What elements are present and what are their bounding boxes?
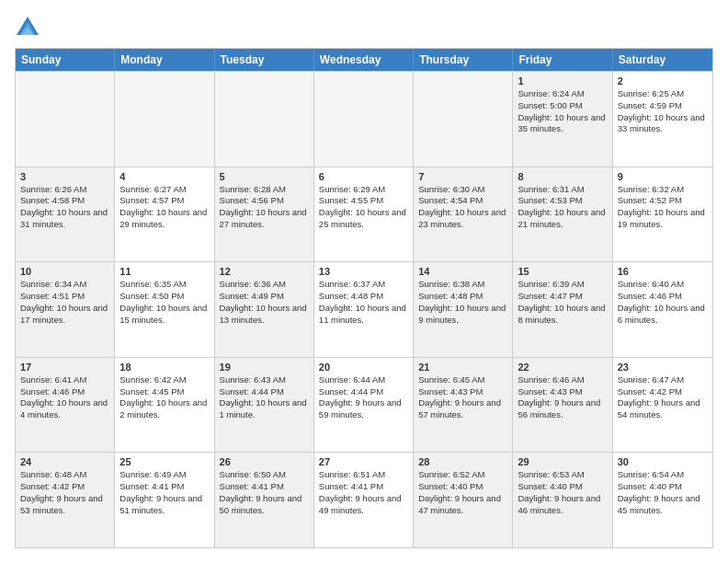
day-cell-17: 17Sunrise: 6:41 AM Sunset: 4:46 PM Dayli… [16,358,115,453]
day-cell-26: 26Sunrise: 6:50 AM Sunset: 4:41 PM Dayli… [215,453,314,547]
day-info: Sunrise: 6:44 AM Sunset: 4:44 PM Dayligh… [319,374,408,421]
day-info: Sunrise: 6:45 AM Sunset: 4:43 PM Dayligh… [418,374,507,421]
day-cell-19: 19Sunrise: 6:43 AM Sunset: 4:44 PM Dayli… [215,358,314,453]
day-cell-4: 4Sunrise: 6:27 AM Sunset: 4:57 PM Daylig… [115,167,214,262]
day-cell-9: 9Sunrise: 6:32 AM Sunset: 4:52 PM Daylig… [613,167,712,262]
day-info: Sunrise: 6:47 AM Sunset: 4:42 PM Dayligh… [618,374,708,421]
day-cell-1: 1Sunrise: 6:24 AM Sunset: 5:00 PM Daylig… [513,72,612,167]
cal-row-4: 24Sunrise: 6:48 AM Sunset: 4:42 PM Dayli… [16,452,712,547]
day-number: 2 [618,75,708,86]
day-info: Sunrise: 6:54 AM Sunset: 4:40 PM Dayligh… [618,469,708,516]
day-info: Sunrise: 6:43 AM Sunset: 4:44 PM Dayligh… [220,374,309,421]
day-cell-2: 2Sunrise: 6:25 AM Sunset: 4:59 PM Daylig… [613,72,712,167]
day-cell-6: 6Sunrise: 6:29 AM Sunset: 4:55 PM Daylig… [314,167,414,262]
day-cell-29: 29Sunrise: 6:53 AM Sunset: 4:40 PM Dayli… [513,453,612,547]
empty-cell [414,72,513,167]
day-info: Sunrise: 6:41 AM Sunset: 4:46 PM Dayligh… [20,374,109,421]
day-number: 14 [418,266,507,277]
day-cell-3: 3Sunrise: 6:26 AM Sunset: 4:58 PM Daylig… [16,167,115,262]
day-number: 10 [20,266,109,277]
calendar: SundayMondayTuesdayWednesdayThursdayFrid… [15,48,713,548]
day-number: 1 [518,75,607,86]
day-cell-5: 5Sunrise: 6:28 AM Sunset: 4:56 PM Daylig… [215,167,314,262]
empty-cell [215,72,314,167]
day-of-week-wednesday: Wednesday [314,49,414,71]
day-number: 26 [220,456,309,467]
header [15,15,713,40]
empty-cell [16,72,115,167]
day-info: Sunrise: 6:31 AM Sunset: 4:53 PM Dayligh… [518,184,607,231]
day-number: 8 [518,171,607,182]
calendar-header: SundayMondayTuesdayWednesdayThursdayFrid… [16,49,712,71]
day-number: 9 [618,171,708,182]
day-info: Sunrise: 6:48 AM Sunset: 4:42 PM Dayligh… [20,469,109,516]
day-number: 18 [119,362,209,373]
day-of-week-monday: Monday [115,49,214,71]
cal-row-3: 17Sunrise: 6:41 AM Sunset: 4:46 PM Dayli… [16,357,712,453]
logo [15,15,44,40]
day-number: 16 [618,266,708,277]
day-of-week-saturday: Saturday [613,49,712,71]
day-cell-13: 13Sunrise: 6:37 AM Sunset: 4:48 PM Dayli… [314,262,414,357]
day-of-week-tuesday: Tuesday [215,49,314,71]
day-cell-10: 10Sunrise: 6:34 AM Sunset: 4:51 PM Dayli… [16,262,115,357]
day-number: 25 [119,456,209,467]
day-cell-21: 21Sunrise: 6:45 AM Sunset: 4:43 PM Dayli… [414,358,513,453]
day-number: 11 [119,266,209,277]
day-cell-7: 7Sunrise: 6:30 AM Sunset: 4:54 PM Daylig… [414,167,513,262]
day-info: Sunrise: 6:39 AM Sunset: 4:47 PM Dayligh… [518,279,607,326]
day-number: 15 [518,266,607,277]
day-number: 13 [319,266,408,277]
day-number: 20 [319,362,408,373]
page: SundayMondayTuesdayWednesdayThursdayFrid… [0,0,728,563]
day-number: 27 [319,456,408,467]
day-info: Sunrise: 6:37 AM Sunset: 4:48 PM Dayligh… [319,279,408,326]
day-number: 7 [418,171,507,182]
day-of-week-sunday: Sunday [16,49,115,71]
day-cell-25: 25Sunrise: 6:49 AM Sunset: 4:41 PM Dayli… [115,453,214,547]
day-info: Sunrise: 6:24 AM Sunset: 5:00 PM Dayligh… [518,88,607,135]
day-cell-11: 11Sunrise: 6:35 AM Sunset: 4:50 PM Dayli… [115,262,214,357]
day-info: Sunrise: 6:36 AM Sunset: 4:49 PM Dayligh… [220,279,309,326]
day-info: Sunrise: 6:32 AM Sunset: 4:52 PM Dayligh… [618,184,708,231]
day-cell-8: 8Sunrise: 6:31 AM Sunset: 4:53 PM Daylig… [513,167,612,262]
day-info: Sunrise: 6:50 AM Sunset: 4:41 PM Dayligh… [220,469,309,516]
day-info: Sunrise: 6:27 AM Sunset: 4:57 PM Dayligh… [119,184,209,231]
logo-icon [15,15,40,40]
day-number: 23 [618,362,708,373]
day-number: 5 [220,171,309,182]
day-cell-16: 16Sunrise: 6:40 AM Sunset: 4:46 PM Dayli… [613,262,712,357]
day-info: Sunrise: 6:52 AM Sunset: 4:40 PM Dayligh… [418,469,507,516]
day-info: Sunrise: 6:28 AM Sunset: 4:56 PM Dayligh… [220,184,309,231]
day-cell-14: 14Sunrise: 6:38 AM Sunset: 4:48 PM Dayli… [414,262,513,357]
day-number: 3 [20,171,109,182]
day-info: Sunrise: 6:30 AM Sunset: 4:54 PM Dayligh… [418,184,507,231]
day-number: 4 [119,171,209,182]
day-number: 12 [220,266,309,277]
calendar-body: 1Sunrise: 6:24 AM Sunset: 5:00 PM Daylig… [16,71,712,547]
day-cell-20: 20Sunrise: 6:44 AM Sunset: 4:44 PM Dayli… [314,358,414,453]
day-number: 21 [418,362,507,373]
empty-cell [314,72,414,167]
day-number: 19 [220,362,309,373]
day-of-week-thursday: Thursday [414,49,513,71]
day-info: Sunrise: 6:26 AM Sunset: 4:58 PM Dayligh… [20,184,109,231]
day-info: Sunrise: 6:38 AM Sunset: 4:48 PM Dayligh… [418,279,507,326]
day-cell-28: 28Sunrise: 6:52 AM Sunset: 4:40 PM Dayli… [414,453,513,547]
day-cell-24: 24Sunrise: 6:48 AM Sunset: 4:42 PM Dayli… [16,453,115,547]
cal-row-1: 3Sunrise: 6:26 AM Sunset: 4:58 PM Daylig… [16,167,712,262]
day-number: 22 [518,362,607,373]
day-number: 24 [20,456,109,467]
day-info: Sunrise: 6:51 AM Sunset: 4:41 PM Dayligh… [319,469,408,516]
day-of-week-friday: Friday [513,49,612,71]
day-info: Sunrise: 6:40 AM Sunset: 4:46 PM Dayligh… [618,279,708,326]
day-cell-22: 22Sunrise: 6:46 AM Sunset: 4:43 PM Dayli… [513,358,612,453]
day-number: 30 [618,456,708,467]
day-info: Sunrise: 6:49 AM Sunset: 4:41 PM Dayligh… [119,469,209,516]
day-cell-18: 18Sunrise: 6:42 AM Sunset: 4:45 PM Dayli… [115,358,214,453]
day-info: Sunrise: 6:42 AM Sunset: 4:45 PM Dayligh… [119,374,209,421]
day-number: 17 [20,362,109,373]
cal-row-0: 1Sunrise: 6:24 AM Sunset: 5:00 PM Daylig… [16,71,712,167]
day-info: Sunrise: 6:35 AM Sunset: 4:50 PM Dayligh… [119,279,209,326]
empty-cell [115,72,214,167]
